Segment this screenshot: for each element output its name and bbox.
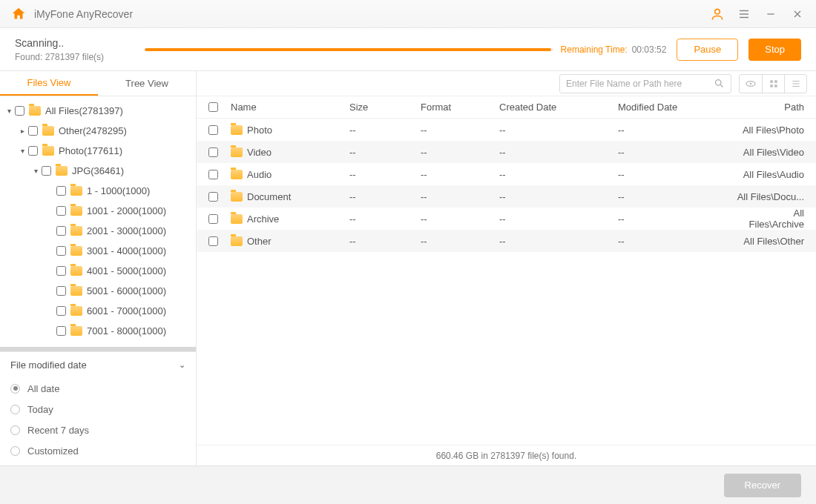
- tree-node-range[interactable]: 1001 - 2000(1000): [0, 201, 196, 221]
- folder-icon: [231, 236, 243, 246]
- tab-tree-view[interactable]: Tree View: [98, 71, 196, 96]
- filter-option[interactable]: Recent 7 days: [10, 420, 185, 440]
- tab-files-view[interactable]: Files View: [0, 71, 98, 96]
- chevron-down-icon: ⌄: [179, 360, 185, 370]
- close-icon[interactable]: [789, 6, 806, 22]
- folder-icon: [231, 125, 243, 135]
- cell-path: All Files\Photo: [731, 125, 816, 136]
- tree-node-range[interactable]: 5001 - 6000(1000): [0, 281, 196, 301]
- chevron-down-icon[interactable]: ▾: [4, 107, 13, 115]
- table-row[interactable]: Document--------All Files\Docu...: [197, 185, 816, 208]
- search-icon[interactable]: [714, 78, 725, 89]
- search-box[interactable]: [559, 74, 731, 93]
- chevron-down-icon[interactable]: ▾: [18, 147, 27, 155]
- tree-node-range[interactable]: 6001 - 7000(1000): [0, 301, 196, 321]
- user-icon[interactable]: [709, 6, 725, 22]
- filter-option-label: Recent 7 days: [27, 425, 89, 436]
- list-view-icon[interactable]: [784, 75, 806, 93]
- tree-label: 4001 - 5000(1000): [87, 265, 166, 276]
- tree-checkbox[interactable]: [56, 326, 66, 336]
- cell-path: All Files\Docu...: [731, 191, 816, 202]
- tree-label: 7001 - 8000(1000): [87, 325, 166, 336]
- tree-checkbox[interactable]: [56, 306, 66, 316]
- cell-size: --: [343, 169, 415, 180]
- tree-node-other[interactable]: ▸ Other(2478295): [0, 121, 196, 141]
- svg-line-8: [720, 84, 723, 87]
- status-line: 660.46 GB in 2781397 file(s) found.: [197, 445, 816, 465]
- row-checkbox[interactable]: [208, 170, 218, 179]
- table-row[interactable]: Video--------All Files\Video: [197, 141, 816, 163]
- cell-modified: --: [612, 147, 731, 158]
- table-row[interactable]: Other--------All Files\Other: [197, 230, 816, 252]
- pause-button[interactable]: Pause: [677, 39, 738, 61]
- tree-node-range[interactable]: 7001 - 8000(1000): [0, 321, 196, 341]
- tree-checkbox[interactable]: [56, 286, 66, 296]
- tree-node-range[interactable]: 1 - 1000(1000): [0, 181, 196, 201]
- cell-format: --: [415, 125, 493, 136]
- col-path[interactable]: Path: [731, 102, 816, 113]
- row-checkbox[interactable]: [208, 214, 218, 224]
- scan-found: Found: 2781397 file(s): [15, 52, 145, 62]
- stop-button[interactable]: Stop: [748, 39, 801, 61]
- col-modified[interactable]: Modified Date: [612, 102, 731, 113]
- table-row[interactable]: Audio--------All Files\Audio: [197, 163, 816, 185]
- table-row[interactable]: Photo--------All Files\Photo: [197, 119, 816, 141]
- col-format[interactable]: Format: [415, 102, 493, 113]
- preview-toggle-icon[interactable]: [740, 75, 762, 93]
- tree-node-photo[interactable]: ▾ Photo(177611): [0, 141, 196, 161]
- folder-icon: [42, 126, 54, 136]
- row-checkbox[interactable]: [208, 147, 218, 157]
- row-checkbox[interactable]: [208, 192, 218, 202]
- col-size[interactable]: Size: [343, 102, 415, 113]
- grid-view-icon[interactable]: [762, 75, 784, 93]
- tree-label: Other(2478295): [59, 125, 127, 136]
- cell-modified: --: [612, 191, 731, 202]
- filter-option[interactable]: Today: [10, 399, 185, 420]
- filter-option-label: Today: [27, 404, 53, 415]
- tree-checkbox[interactable]: [28, 126, 38, 136]
- tree-checkbox[interactable]: [56, 246, 66, 256]
- remaining-label: Remaining Time:: [561, 44, 628, 55]
- tree-node-range[interactable]: 3001 - 4000(1000): [0, 241, 196, 261]
- folder-icon: [70, 206, 82, 216]
- tree-checkbox[interactable]: [56, 266, 66, 276]
- chevron-right-icon[interactable]: ▸: [18, 127, 27, 135]
- folder-icon: [231, 192, 243, 202]
- tree-checkbox[interactable]: [42, 166, 51, 176]
- minimize-icon[interactable]: [763, 6, 779, 22]
- col-name[interactable]: Name: [225, 102, 343, 113]
- tree-checkbox[interactable]: [28, 146, 38, 156]
- search-input[interactable]: [566, 79, 714, 89]
- filter-option[interactable]: All date: [10, 378, 185, 399]
- radio-icon: [10, 446, 20, 456]
- home-icon[interactable]: [10, 6, 27, 22]
- tree-node-range[interactable]: 4001 - 5000(1000): [0, 261, 196, 281]
- select-all-checkbox[interactable]: [208, 102, 218, 112]
- svg-point-7: [716, 80, 722, 86]
- tree-label: All Files(2781397): [45, 105, 123, 116]
- tree-checkbox[interactable]: [15, 106, 24, 116]
- folder-icon: [42, 146, 54, 156]
- filter-option[interactable]: Customized: [10, 440, 185, 461]
- table-row[interactable]: Archive--------All Files\Archive: [197, 208, 816, 230]
- folder-icon: [70, 186, 82, 196]
- tree-checkbox[interactable]: [56, 226, 66, 236]
- tree-checkbox[interactable]: [56, 206, 66, 216]
- filter-title: File modified date: [10, 359, 87, 371]
- cell-created: --: [493, 236, 612, 247]
- filter-header[interactable]: File modified date ⌄: [10, 359, 185, 371]
- menu-icon[interactable]: [736, 6, 752, 22]
- row-checkbox[interactable]: [208, 236, 218, 246]
- col-created[interactable]: Created Date: [493, 102, 612, 113]
- tree-node-range[interactable]: 2001 - 3000(1000): [0, 221, 196, 241]
- chevron-down-icon[interactable]: ▾: [31, 167, 40, 175]
- filter-option-label: Customized: [27, 445, 79, 457]
- cell-format: --: [415, 147, 493, 158]
- row-checkbox[interactable]: [208, 125, 218, 135]
- tree-checkbox[interactable]: [56, 186, 66, 196]
- recover-button[interactable]: Recover: [724, 474, 801, 497]
- view-mode-buttons: [739, 74, 807, 93]
- tree-node-jpg[interactable]: ▾ JPG(36461): [0, 161, 196, 181]
- tree-node-all-files[interactable]: ▾ All Files(2781397): [0, 101, 196, 121]
- tree-label: 6001 - 7000(1000): [87, 305, 166, 316]
